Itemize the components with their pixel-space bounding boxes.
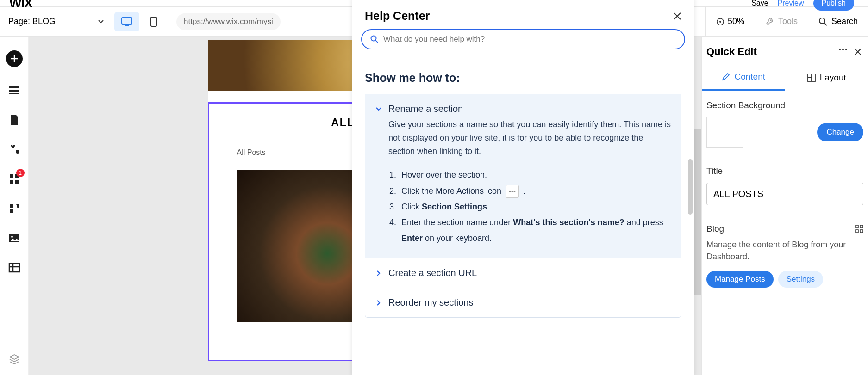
theme-button[interactable]	[8, 143, 21, 156]
svg-rect-13	[10, 204, 13, 208]
tools-button[interactable]: Tools	[755, 7, 808, 36]
svg-point-26	[371, 36, 376, 41]
quick-edit-panel: Quick Edit Content Layout Section Backgr	[701, 37, 868, 375]
svg-point-3	[719, 21, 721, 23]
howto-desc: Give your sections a name so that you ca…	[388, 118, 671, 158]
change-bg-button[interactable]: Change	[817, 123, 863, 141]
page-selector[interactable]: Page: BLOG	[0, 7, 113, 36]
svg-rect-5	[9, 86, 19, 88]
data-button[interactable]	[8, 261, 21, 274]
svg-rect-17	[9, 264, 19, 272]
chevron-right-icon	[375, 270, 382, 277]
tab-layout[interactable]: Layout	[785, 64, 868, 91]
url-text: https://www.wix.com/mysi	[176, 13, 281, 30]
more-icon[interactable]	[838, 48, 848, 55]
svg-rect-14	[10, 209, 13, 213]
howto-item-rename[interactable]: Rename a section Give your sections a na…	[365, 94, 681, 258]
preview-link[interactable]: Preview	[778, 0, 804, 7]
svg-point-16	[11, 236, 13, 238]
help-search[interactable]	[361, 29, 685, 49]
zoom-value: 50%	[728, 17, 744, 26]
desktop-view-button[interactable]	[114, 12, 139, 31]
svg-rect-0	[122, 18, 132, 24]
layers-button[interactable]	[8, 353, 21, 366]
layout-icon	[807, 73, 816, 82]
zoom-target-icon	[716, 17, 725, 26]
help-close-button[interactable]	[673, 12, 681, 20]
title-field-label: Title	[706, 166, 863, 176]
apps-badge: 1	[16, 169, 25, 177]
howto-list: Rename a section Give your sections a na…	[365, 94, 681, 318]
zoom-control[interactable]: 50%	[705, 7, 755, 36]
pencil-icon	[721, 72, 731, 81]
mobile-view-button[interactable]	[141, 12, 166, 31]
tools-label: Tools	[778, 17, 798, 26]
svg-rect-22	[856, 225, 858, 228]
svg-rect-6	[9, 90, 19, 92]
top-search-label: Search	[831, 17, 858, 26]
more-actions-icon: •••	[506, 185, 519, 198]
howto-heading: Show me how to:	[365, 71, 681, 85]
howto-label: Create a section URL	[388, 268, 477, 278]
howto-label: Rename a section	[388, 104, 671, 114]
howto-item-url[interactable]: Create a section URL	[365, 258, 681, 288]
close-icon[interactable]	[854, 48, 862, 55]
help-title: Help Center	[365, 9, 430, 23]
help-scrollbar[interactable]	[688, 159, 693, 215]
logo: WiX	[9, 0, 32, 11]
svg-rect-7	[9, 93, 19, 94]
svg-point-20	[845, 49, 847, 50]
grid-icon[interactable]	[855, 225, 863, 233]
add-element-button[interactable]	[6, 50, 23, 67]
media-button[interactable]	[8, 232, 21, 245]
svg-rect-24	[856, 230, 858, 233]
apps-button[interactable]: 1	[8, 172, 21, 185]
svg-point-8	[16, 150, 19, 154]
tab-layout-label: Layout	[820, 73, 846, 83]
howto-step: Click the More Actions icon ••• .	[399, 183, 671, 199]
page-selector-label: Page: BLOG	[8, 17, 56, 26]
svg-rect-9	[10, 174, 13, 178]
manage-posts-button[interactable]: Manage Posts	[706, 271, 774, 288]
blog-settings-button[interactable]: Settings	[778, 271, 823, 288]
howto-step: Enter the section name under What's this…	[399, 215, 671, 246]
wrench-icon	[765, 17, 774, 26]
blog-section-label: Blog	[706, 224, 724, 234]
publish-button[interactable]: Publish	[813, 0, 854, 11]
svg-point-4	[819, 18, 825, 24]
svg-rect-1	[151, 17, 156, 26]
tab-content[interactable]: Content	[702, 64, 785, 91]
howto-steps: Hover over the section. Click the More A…	[399, 167, 671, 246]
chevron-down-icon	[97, 18, 105, 25]
howto-label: Reorder my sections	[388, 297, 473, 308]
chevron-right-icon	[375, 300, 382, 306]
search-icon	[818, 17, 828, 26]
tab-content-label: Content	[734, 72, 765, 82]
pages-button[interactable]	[8, 113, 21, 126]
blog-desc: Manage the content of Blog from your Das…	[706, 239, 863, 263]
device-toggle	[113, 7, 167, 36]
quick-edit-tabs: Content Layout	[702, 64, 868, 91]
howto-item-reorder[interactable]: Reorder my sections	[365, 288, 681, 317]
sections-button[interactable]	[8, 84, 21, 97]
svg-rect-12	[15, 180, 19, 184]
top-search-button[interactable]: Search	[808, 7, 868, 36]
title-input[interactable]	[706, 183, 863, 205]
left-rail: 1	[0, 37, 29, 375]
bg-swatch[interactable]	[706, 117, 743, 148]
svg-rect-23	[860, 225, 863, 228]
howto-step: Hover over the section.	[399, 167, 671, 183]
plugins-button[interactable]	[8, 202, 21, 215]
section-bg-label: Section Background	[706, 100, 863, 111]
plus-icon	[10, 55, 19, 63]
svg-point-18	[839, 49, 841, 50]
help-search-input[interactable]	[383, 35, 676, 44]
help-center-panel: Help Center Show me how to: Rename a sec…	[352, 0, 694, 375]
save-link[interactable]: Save	[751, 0, 768, 7]
howto-step: Click Section Settings.	[399, 199, 671, 215]
svg-rect-11	[10, 180, 13, 184]
quick-edit-title: Quick Edit	[706, 46, 757, 58]
svg-point-19	[842, 49, 844, 50]
search-icon	[370, 35, 379, 43]
chevron-down-icon	[375, 106, 382, 112]
